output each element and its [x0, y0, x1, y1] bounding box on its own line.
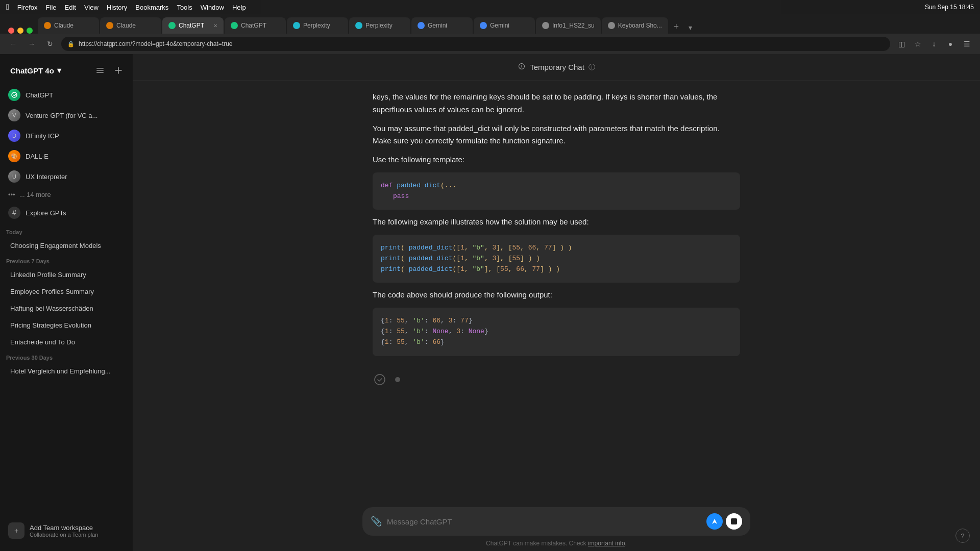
- code-block-output: {1: 55, 'b': 66, 3: 77} {1: 55, 'b': Non…: [373, 308, 740, 356]
- temporary-chat-icon: [518, 62, 526, 72]
- temporary-chat-info-button[interactable]: ⓘ: [589, 63, 595, 72]
- workspace-subtitle: Collaborate on a Team plan: [30, 532, 98, 538]
- loading-area: [362, 362, 750, 397]
- tab-info[interactable]: Info1_HS22_su: [536, 17, 601, 34]
- url-text: https://chatgpt.com/?model=gpt-4o&tempor…: [79, 40, 884, 47]
- tab-keyboard[interactable]: Keyboard Sho...: [602, 17, 668, 34]
- history-linkedin[interactable]: LinkedIn Profile Summary: [4, 267, 129, 283]
- tab-favicon: [106, 22, 113, 29]
- history-entscheide[interactable]: Entscheide und To Do: [4, 334, 129, 350]
- back-button[interactable]: ←: [6, 37, 20, 51]
- menubar-history[interactable]: History: [107, 4, 127, 11]
- gpt-item-dfinity[interactable]: D DFinity ICP: [4, 126, 129, 146]
- message-input[interactable]: [387, 517, 701, 526]
- tab-close-button[interactable]: ✕: [213, 23, 217, 29]
- gpt-avatar-venture: V: [8, 109, 20, 121]
- history-haftung[interactable]: Haftung bei Wasserschäden: [4, 300, 129, 316]
- menubar-right: Sun Sep 15 18:45: [925, 4, 974, 11]
- model-selector-label: ChatGPT 4o: [10, 66, 54, 75]
- app-container: ChatGPT 4o ▾: [0, 54, 980, 551]
- history-pricing[interactable]: Pricing Strategies Evolution: [4, 317, 129, 333]
- new-tab-button[interactable]: +: [669, 19, 683, 34]
- menubar-edit[interactable]: Edit: [65, 4, 76, 11]
- menubar-window[interactable]: Window: [201, 4, 224, 11]
- more-label: ... 14 more: [19, 191, 51, 198]
- code-block-template: def padded_dict(... pass: [373, 172, 740, 210]
- message-text-2: You may assume that padded_dict will onl…: [373, 122, 740, 148]
- model-selector[interactable]: ChatGPT 4o ▾: [6, 63, 65, 78]
- tab-chatgpt2[interactable]: ChatGPT: [225, 17, 286, 34]
- tab-label: ChatGPT: [241, 22, 280, 29]
- more-dots-icon: •••: [8, 191, 15, 198]
- tab-claude2[interactable]: Claude: [100, 17, 161, 34]
- add-workspace-button[interactable]: + Add Team workspace Collaborate on a Te…: [4, 518, 129, 543]
- sidebar-header: ChatGPT 4o ▾: [0, 58, 133, 83]
- gpt-avatar-chatgpt: [8, 89, 20, 101]
- gpt-more-button[interactable]: ••• ... 14 more: [4, 187, 129, 203]
- tab-gemini1[interactable]: Gemini: [411, 17, 473, 34]
- send-blue-button[interactable]: [706, 513, 723, 530]
- sidebar: ChatGPT 4o ▾: [0, 54, 133, 551]
- workspace-icon: +: [8, 522, 24, 539]
- loading-dot: [395, 377, 400, 382]
- history-employee[interactable]: Employee Profiles Summary: [4, 284, 129, 299]
- stop-button[interactable]: [726, 513, 742, 530]
- menubar-view[interactable]: View: [84, 4, 99, 11]
- menubar-bookmarks[interactable]: Bookmarks: [135, 4, 168, 11]
- message-text-3: Use the following template:: [373, 154, 740, 166]
- gpt-label-chatgpt: ChatGPT: [26, 91, 53, 99]
- new-chat-button[interactable]: [110, 62, 127, 79]
- message-container: keys, the values for the remaining keys …: [362, 91, 750, 362]
- gpt-avatar-dalle: 🎨: [8, 150, 20, 162]
- traffic-light-fullscreen[interactable]: [27, 28, 33, 34]
- menubar-tools[interactable]: Tools: [177, 4, 192, 11]
- bookmark-button[interactable]: ☆: [911, 37, 925, 51]
- sidebar-toggle-button[interactable]: [92, 62, 108, 79]
- help-button[interactable]: ?: [955, 529, 970, 543]
- address-bar[interactable]: 🔒 https://chatgpt.com/?model=gpt-4o&temp…: [61, 37, 890, 51]
- tab-claude1[interactable]: Claude: [38, 17, 99, 34]
- gpt-item-dalle[interactable]: 🎨 DALL·E: [4, 146, 129, 166]
- tab-overflow-button[interactable]: ▾: [684, 21, 697, 34]
- tab-chatgpt1[interactable]: ChatGPT ✕: [162, 17, 224, 34]
- explore-gpts-button[interactable]: # Explore GPTs: [4, 203, 129, 223]
- traffic-light-minimize[interactable]: [17, 28, 23, 34]
- menu-button[interactable]: ☰: [960, 37, 974, 51]
- tab-label: Claude: [54, 22, 93, 29]
- tab-favicon: [418, 22, 425, 29]
- gpt-item-venture[interactable]: V Venture GPT (for VC a...: [4, 105, 129, 126]
- extensions-button[interactable]: ◫: [894, 37, 909, 51]
- forward-button[interactable]: →: [24, 37, 39, 51]
- tab-perplexity2[interactable]: Perplexity: [349, 17, 410, 34]
- loading-gpt-icon: [373, 372, 387, 387]
- menubar-file[interactable]: File: [46, 4, 57, 11]
- tab-favicon: [608, 22, 615, 29]
- nav-right-buttons: ◫ ☆ ↓ ● ☰: [894, 37, 974, 51]
- workspace-title: Add Team workspace: [30, 524, 98, 532]
- menubar-firefox[interactable]: Firefox: [17, 4, 38, 11]
- explore-gpts-label: Explore GPTs: [26, 209, 66, 217]
- tab-label: Perplexity: [303, 22, 342, 29]
- history-hotel[interactable]: Hotel Vergleich und Empfehlung...: [4, 363, 129, 379]
- menubar-help[interactable]: Help: [232, 4, 246, 11]
- downloads-button[interactable]: ↓: [927, 37, 941, 51]
- disclaimer-link[interactable]: important info: [588, 540, 625, 547]
- reload-button[interactable]: ↻: [43, 37, 57, 51]
- history-choosing-engagement[interactable]: Choosing Engagement Models: [4, 238, 129, 254]
- sidebar-icon: [95, 66, 105, 75]
- attach-button[interactable]: 📎: [371, 516, 382, 527]
- nav-bar: ← → ↻ 🔒 https://chatgpt.com/?model=gpt-4…: [0, 34, 980, 54]
- apple-menu[interactable]: : [6, 3, 9, 12]
- temporary-chat-label: Temporary Chat: [530, 63, 584, 71]
- tab-label: Claude: [116, 22, 155, 29]
- traffic-lights: [4, 28, 37, 34]
- tab-perplexity1[interactable]: Perplexity: [287, 17, 348, 34]
- tab-favicon: [480, 22, 487, 29]
- traffic-light-close[interactable]: [8, 28, 14, 34]
- tab-gemini2[interactable]: Gemini: [474, 17, 535, 34]
- tab-label: Perplexity: [365, 22, 404, 29]
- gpt-item-chatgpt[interactable]: ChatGPT: [4, 85, 129, 105]
- gpt-item-ux[interactable]: U UX Interpreter: [4, 166, 129, 187]
- profile-button[interactable]: ●: [943, 37, 958, 51]
- disclaimer: ChatGPT can make mistakes. Check importa…: [486, 540, 627, 547]
